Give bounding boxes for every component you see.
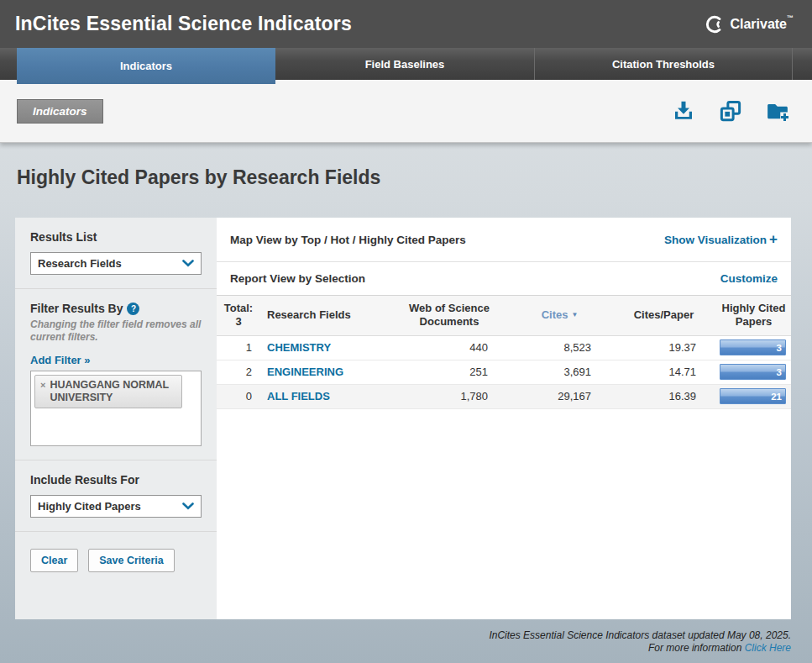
page-title: Highly Cited Papers by Research Fields [17, 166, 812, 189]
save-criteria-button[interactable]: Save Criteria [88, 549, 174, 572]
documents-cell: 440 [390, 335, 508, 360]
filter-box: × HUANGGANG NORMAL UNIVERSITY [30, 371, 202, 446]
rank-cell: 2 [217, 360, 260, 384]
clear-button[interactable]: Clear [30, 549, 78, 572]
table-row: 2ENGINEERING2513,69114.713 [217, 360, 791, 384]
toolbar: Indicators [0, 80, 812, 143]
results-list-label: Results List [30, 230, 202, 244]
documents-cell: 251 [390, 360, 508, 384]
sidebar: Results List Research Fields Filter Resu… [15, 218, 217, 619]
app-header: InCites Essential Science Indicators Cla… [0, 0, 812, 48]
cites-per-paper-cell: 19.37 [611, 335, 716, 360]
filter-chip-label: HUANGGANG NORMAL UNIVERSITY [50, 379, 176, 404]
click-here-link[interactable]: Click Here [745, 642, 791, 654]
brand-name: Clarivate™ [730, 17, 794, 32]
results-list-value: Research Fields [38, 257, 122, 270]
research-field-link[interactable]: CHEMISTRY [267, 341, 331, 354]
brand-logo: Clarivate™ [705, 14, 794, 34]
research-field-link[interactable]: ALL FIELDS [267, 390, 330, 403]
table-row: 1CHEMISTRY4408,52319.373 [217, 335, 791, 360]
filter-results-label: Filter Results By? [30, 302, 202, 315]
tab-citation-thresholds[interactable]: Citation Thresholds [534, 48, 793, 80]
map-view-row: Map View by Top / Hot / Highly Cited Pap… [217, 218, 791, 262]
table-header-row: Total: 3 Research Fields Web of Science … [217, 296, 791, 335]
field-cell: ALL FIELDS [260, 384, 390, 408]
criteria-buttons: Clear Save Criteria [15, 532, 217, 589]
include-results-select[interactable]: Highly Cited Papers [30, 495, 202, 518]
report-view-row: Report View by Selection Customize [217, 262, 791, 296]
research-field-link[interactable]: ENGINEERING [267, 366, 343, 378]
field-cell: CHEMISTRY [260, 335, 390, 360]
rank-cell: 1 [217, 335, 260, 360]
map-view-title: Map View by Top / Hot / Highly Cited Pap… [230, 234, 466, 246]
remove-filter-icon[interactable]: × [40, 379, 45, 392]
highly-cited-cell: 3 [716, 335, 791, 360]
primary-tabs: Indicators Field Baselines Citation Thre… [0, 48, 812, 80]
results-list-section: Results List Research Fields [15, 218, 217, 289]
footer: InCites Essential Science Indicators dat… [0, 629, 791, 655]
clarivate-logo-icon [705, 14, 725, 34]
sort-arrow-icon: ▼ [571, 311, 578, 318]
customize-link[interactable]: Customize [720, 272, 778, 285]
total-count: 3 [220, 315, 257, 329]
filter-note: Changing the filter field removes all cu… [30, 318, 202, 344]
field-cell: ENGINEERING [260, 360, 390, 384]
main-panel: Map View by Top / Hot / Highly Cited Pap… [217, 218, 791, 619]
tab-indicators[interactable]: Indicators [17, 48, 275, 84]
folder-add-icon[interactable] [765, 98, 790, 124]
highly-cited-cell: 21 [716, 384, 791, 408]
footer-dataset-note: InCites Essential Science Indicators dat… [0, 629, 791, 642]
content-area: Results List Research Fields Filter Resu… [15, 218, 791, 619]
column-documents[interactable]: Web of Science Documents [390, 296, 508, 335]
report-view-title: Report View by Selection [230, 272, 365, 285]
indicators-breadcrumb-button[interactable]: Indicators [17, 99, 103, 124]
chevron-down-icon [182, 260, 194, 267]
app-title: InCites Essential Science Indicators [15, 13, 352, 35]
filter-section: Filter Results By? Changing the filter f… [15, 289, 217, 460]
column-cites[interactable]: Cites▼ [508, 296, 611, 335]
cites-cell: 29,167 [508, 384, 611, 408]
filter-chip: × HUANGGANG NORMAL UNIVERSITY [34, 375, 182, 408]
cites-per-paper-cell: 14.71 [611, 360, 716, 384]
print-icon[interactable] [718, 98, 743, 124]
plus-icon: + [769, 231, 778, 247]
column-research-fields[interactable]: Research Fields [260, 296, 390, 335]
add-filter-link[interactable]: Add Filter » [30, 354, 91, 366]
table-row: 0ALL FIELDS1,78029,16716.3921 [217, 384, 791, 408]
column-total: Total: 3 [217, 296, 260, 335]
results-list-select[interactable]: Research Fields [30, 252, 202, 275]
cites-cell: 8,523 [508, 335, 611, 360]
include-results-label: Include Results For [30, 473, 202, 487]
chevron-down-icon [182, 503, 194, 510]
column-cites-per-paper[interactable]: Cites/Paper [611, 296, 716, 335]
documents-cell: 1,780 [390, 384, 508, 408]
cites-per-paper-cell: 16.39 [611, 384, 716, 408]
highly-cited-bar: 21 [720, 388, 786, 404]
highly-cited-bar: 3 [720, 339, 786, 355]
column-highly-cited[interactable]: Highly Cited Papers [716, 296, 791, 335]
report-table-body: 1CHEMISTRY4408,52319.3732ENGINEERING2513… [217, 335, 791, 408]
highly-cited-bar: 3 [720, 364, 786, 380]
brand-trademark: ™ [787, 14, 794, 22]
toolbar-icons [671, 98, 790, 124]
show-visualization-link[interactable]: Show Visualization+ [664, 231, 778, 248]
include-results-section: Include Results For Highly Cited Papers [15, 460, 217, 532]
include-results-value: Highly Cited Papers [38, 500, 141, 513]
cites-cell: 3,691 [508, 360, 611, 384]
highly-cited-cell: 3 [716, 360, 791, 384]
download-icon[interactable] [671, 98, 696, 124]
footer-info: For more information Click Here [0, 642, 791, 655]
tab-field-baselines[interactable]: Field Baselines [275, 48, 534, 80]
rank-cell: 0 [217, 384, 260, 408]
help-icon[interactable]: ? [127, 303, 139, 315]
report-table: Total: 3 Research Fields Web of Science … [217, 296, 791, 409]
